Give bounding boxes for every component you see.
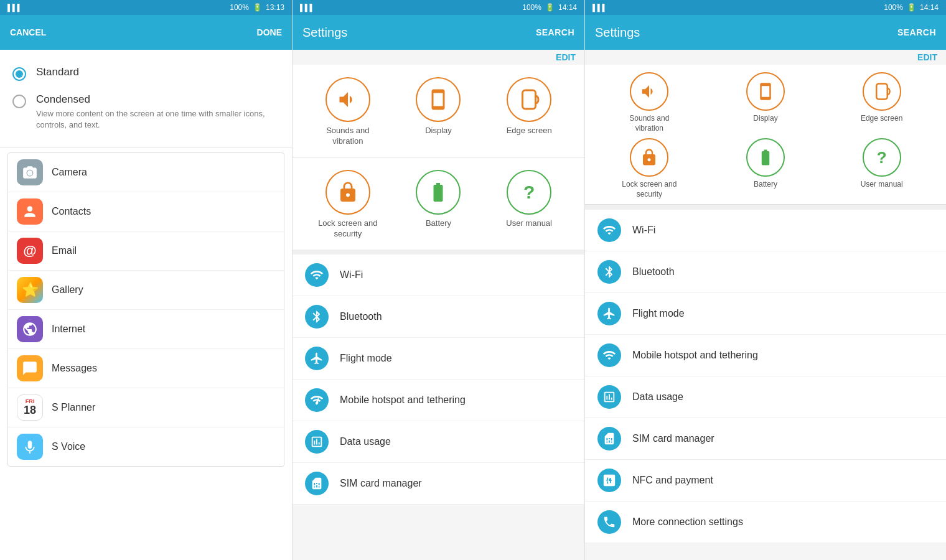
battery-icon: 🔋: [545, 3, 555, 12]
gallery-label: Gallery: [52, 284, 83, 296]
edge-shortcut[interactable]: Edge screen: [492, 77, 566, 147]
display-label: Display: [425, 126, 452, 136]
flight-icon-r: [597, 302, 621, 325]
list-item[interactable]: Messages: [8, 349, 284, 388]
battery-shortcut[interactable]: Battery: [401, 170, 475, 240]
time: 13:13: [266, 3, 284, 12]
flight-label: Flight mode: [340, 353, 392, 364]
manual-shortcut[interactable]: ? User manual: [492, 170, 566, 240]
battery-percent: 100%: [230, 3, 249, 12]
list-item[interactable]: Flight mode: [585, 293, 946, 335]
edge-icon: [507, 77, 551, 122]
settings-title: Settings: [302, 26, 347, 40]
list-item[interactable]: FRI 18 S Planner: [8, 388, 284, 427]
condensed-desc: View more content on the screen at one t…: [36, 108, 279, 131]
list-item[interactable]: Internet: [8, 310, 284, 349]
list-item[interactable]: Bluetooth: [293, 296, 584, 338]
manual-shortcut-r[interactable]: ? User manual: [829, 138, 935, 199]
edit-bar-right: EDIT: [585, 50, 946, 65]
data-icon-r: [597, 385, 621, 409]
done-button[interactable]: DONE: [257, 27, 282, 37]
signal-icon: ▌▌▌: [7, 4, 22, 11]
app-list: Camera Contacts @ Email ⭐ Gallery Intern…: [7, 152, 284, 467]
section-divider-r: [585, 205, 946, 210]
camera-icon: [17, 159, 43, 185]
internet-icon: [17, 316, 43, 342]
list-item[interactable]: Wi-Fi: [293, 254, 584, 296]
list-item[interactable]: SIM card manager: [293, 463, 584, 505]
sounds-label: Sounds andvibration: [326, 126, 369, 147]
display-shortcut-r[interactable]: Display: [713, 72, 818, 133]
battery-label: Battery: [426, 218, 451, 229]
splanner-icon: FRI 18: [17, 394, 43, 421]
contacts-icon: [17, 198, 43, 225]
panel-left: ▌▌▌ 100% 🔋 13:13 CANCEL DONE Standard Co…: [0, 0, 293, 560]
svg-point-0: [27, 170, 33, 176]
email-icon: @: [17, 238, 43, 264]
list-item[interactable]: @ Email: [8, 231, 284, 271]
list-item[interactable]: Wi-Fi: [585, 210, 946, 251]
edge-label-r: Edge screen: [861, 114, 902, 124]
list-item[interactable]: NFC and payment: [585, 460, 946, 502]
svg-rect-2: [876, 84, 887, 100]
list-item[interactable]: Mobile hotspot and tethering: [585, 335, 946, 376]
hotspot-icon-r: [597, 343, 621, 367]
time: 14:14: [920, 3, 939, 12]
cancel-button[interactable]: CANCEL: [10, 27, 46, 37]
right-header: Settings SEARCH: [585, 15, 946, 50]
edit-bar: EDIT: [293, 50, 584, 65]
list-item[interactable]: Flight mode: [293, 338, 584, 380]
list-item[interactable]: Contacts: [8, 192, 284, 231]
gallery-icon: ⭐: [17, 277, 43, 303]
hotspot-label: Mobile hotspot and tethering: [340, 394, 466, 406]
sounds-icon: [325, 77, 370, 122]
edge-shortcut-r[interactable]: Edge screen: [829, 72, 935, 133]
middle-header: Settings SEARCH: [293, 15, 584, 50]
search-button-right[interactable]: SEARCH: [897, 27, 936, 37]
standard-radio[interactable]: [12, 67, 26, 81]
condensed-option[interactable]: Condensed View more content on the scree…: [12, 87, 279, 137]
list-item[interactable]: S Voice: [8, 427, 284, 466]
list-item[interactable]: SIM card manager: [585, 418, 946, 460]
wifi-label: Wi-Fi: [340, 269, 363, 281]
list-item[interactable]: Mobile hotspot and tethering: [293, 380, 584, 421]
svoice-label: S Voice: [52, 441, 85, 452]
lock-icon: [325, 170, 370, 215]
standard-option[interactable]: Standard: [12, 60, 279, 87]
settings-list-right: Wi-Fi Bluetooth Flight mode Mobile hotsp…: [585, 210, 946, 543]
more-icon-r: [597, 510, 621, 534]
list-item[interactable]: ⭐ Gallery: [8, 271, 284, 310]
list-item[interactable]: Bluetooth: [585, 251, 946, 293]
lock-shortcut-r[interactable]: Lock screen andsecurity: [596, 138, 702, 199]
edit-button-right[interactable]: EDIT: [917, 52, 937, 62]
condensed-radio[interactable]: [12, 95, 26, 108]
status-bar-middle: ▌▌▌ 100% 🔋 14:14: [293, 0, 584, 15]
flight-label-r: Flight mode: [632, 308, 685, 319]
bluetooth-icon-r: [597, 260, 621, 284]
edit-button[interactable]: EDIT: [556, 52, 576, 62]
manual-label-r: User manual: [861, 180, 903, 190]
sounds-shortcut[interactable]: Sounds andvibration: [311, 77, 385, 147]
lock-icon-r: [630, 138, 668, 177]
nfc-icon-r: [597, 469, 621, 492]
lock-shortcut[interactable]: Lock screen andsecurity: [311, 170, 385, 240]
data-icon: [305, 430, 329, 454]
battery-percent: 100%: [884, 3, 903, 12]
list-item[interactable]: Data usage: [585, 376, 946, 418]
shortcuts-grid: Sounds andvibration Display Edge screen: [293, 65, 584, 157]
display-shortcut[interactable]: Display: [401, 77, 475, 147]
list-item[interactable]: Data usage: [293, 421, 584, 463]
wifi-label-r: Wi-Fi: [632, 225, 655, 236]
sounds-shortcut-r[interactable]: Sounds andvibration: [596, 72, 702, 133]
signal-icon: ▌▌▌: [592, 4, 607, 11]
search-button[interactable]: SEARCH: [536, 27, 574, 37]
messages-icon: [17, 355, 43, 381]
list-item[interactable]: Camera: [8, 153, 284, 192]
wifi-icon: [305, 263, 329, 287]
sounds-icon-r: [630, 72, 668, 111]
battery-percent: 100%: [522, 3, 541, 12]
battery-shortcut-r[interactable]: Battery: [713, 138, 818, 199]
list-item[interactable]: More connection settings: [585, 502, 946, 543]
battery-icon: 🔋: [253, 3, 262, 12]
lock-label-r: Lock screen andsecurity: [622, 180, 677, 199]
